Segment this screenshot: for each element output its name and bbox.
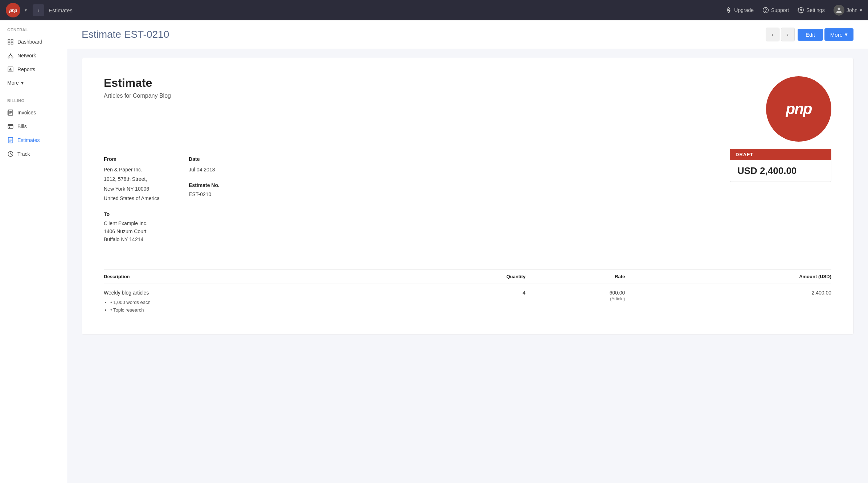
sidebar-more-button[interactable]: More ▾ [0, 76, 67, 89]
logo-text: pnp [9, 8, 17, 13]
more-chevron: ▾ [21, 80, 24, 86]
network-icon [7, 52, 14, 59]
sidebar-item-track[interactable]: Track [0, 147, 67, 161]
more-button-label: More [830, 32, 843, 38]
status-amount-box: DRAFT USD 2,400.00 [730, 149, 831, 182]
user-chevron: ▾ [860, 7, 862, 13]
billing-section-label: BILLING [0, 98, 67, 106]
topnav-actions: Upgrade Support Settings John ▾ [725, 5, 862, 16]
estimate-no-value: EST-0210 [189, 190, 220, 198]
svg-point-23 [9, 127, 10, 127]
back-icon: ‹ [38, 7, 40, 13]
estimate-subtitle: Articles for Company Blog [104, 93, 171, 99]
svg-rect-4 [8, 39, 10, 41]
sidebar-item-estimates[interactable]: Estimates [0, 133, 67, 147]
date-value: Jul 04 2018 [189, 166, 220, 174]
reports-label: Reports [17, 66, 35, 72]
svg-point-3 [800, 9, 802, 11]
bullet-item: • 1,000 words each [110, 299, 403, 306]
back-button[interactable]: ‹ [33, 4, 44, 16]
col-description: Description [104, 269, 403, 284]
estimates-icon [7, 137, 14, 143]
item-description: Weekly blog articles • 1,000 words each … [104, 284, 403, 316]
estimates-label: Estimates [17, 137, 40, 143]
user-menu[interactable]: John ▾ [834, 5, 862, 16]
more-button-chevron: ▾ [845, 31, 848, 38]
general-section-label: GENERAL [0, 28, 67, 35]
from-label: From [104, 156, 160, 162]
item-rate: 600.00 (Article) [525, 284, 625, 316]
content-area: Estimate EST-0210 ‹ › Edit More ▾ [67, 20, 868, 483]
svg-line-11 [9, 54, 11, 57]
estimate-doc-title: Estimate [104, 76, 171, 90]
logo-text-main: pnp [786, 100, 812, 118]
estimate-meta: From Pen & Paper Inc. 1012, 578th Street… [104, 156, 220, 244]
to-name: Client Example Inc. [104, 219, 160, 227]
svg-rect-7 [8, 42, 10, 44]
estimate-header-row: Estimate Articles for Company Blog pnp [104, 76, 831, 142]
support-button[interactable]: Support [762, 7, 789, 13]
estimate-document: Estimate Articles for Company Blog pnp F… [82, 58, 853, 334]
page-actions: ‹ › Edit More ▾ [766, 28, 853, 41]
bullet-item: • Topic research [110, 306, 403, 314]
col-rate: Rate [525, 269, 625, 284]
invoices-icon [7, 109, 14, 116]
track-icon [7, 151, 14, 157]
line-items-table: Description Quantity Rate Amount (USD) W… [104, 269, 831, 316]
prev-button[interactable]: ‹ [766, 28, 779, 41]
support-label: Support [771, 7, 789, 13]
more-button[interactable]: More ▾ [824, 28, 853, 41]
from-address1: 1012, 578th Street, [104, 175, 160, 183]
svg-point-10 [12, 57, 13, 58]
from-address3: United States of America [104, 194, 160, 202]
table-row: Weekly blog articles • 1,000 words each … [104, 284, 831, 316]
sidebar-item-invoices[interactable]: Invoices [0, 106, 67, 119]
invoices-label: Invoices [17, 110, 36, 115]
col-amount: Amount (USD) [625, 269, 831, 284]
svg-rect-5 [11, 39, 13, 41]
edit-button[interactable]: Edit [798, 29, 823, 41]
sidebar-item-dashboard[interactable]: Dashboard [0, 35, 67, 49]
from-name: Pen & Paper Inc. [104, 166, 160, 174]
item-amount: 2,400.00 [625, 284, 831, 316]
svg-point-2 [766, 11, 766, 12]
settings-label: Settings [806, 7, 825, 13]
svg-point-8 [10, 53, 11, 54]
user-name: John [847, 7, 857, 13]
gear-icon [798, 7, 804, 13]
bills-icon [7, 123, 14, 130]
svg-rect-6 [11, 42, 13, 44]
page-title: Estimate EST-0210 [82, 29, 169, 40]
sidebar-item-bills[interactable]: Bills [0, 119, 67, 133]
svg-rect-21 [8, 125, 13, 129]
more-label: More [7, 80, 19, 86]
from-block: From Pen & Paper Inc. 1012, 578th Street… [104, 156, 160, 244]
date-block: Date Jul 04 2018 Estimate No. EST-0210 [189, 156, 220, 244]
network-label: Network [17, 53, 36, 58]
dashboard-label: Dashboard [17, 39, 42, 45]
logo-dropdown-chevron[interactable]: ▾ [25, 8, 27, 13]
col-quantity: Quantity [403, 269, 526, 284]
total-amount: USD 2,400.00 [730, 160, 831, 182]
sidebar: GENERAL Dashboard Network Reports More ▾ [0, 20, 67, 483]
prev-icon: ‹ [772, 32, 774, 37]
upgrade-button[interactable]: Upgrade [725, 7, 754, 13]
estimate-no-label: Estimate No. [189, 182, 220, 188]
top-navigation: pnp ▾ ‹ Estimates Upgrade Support [0, 0, 868, 20]
reports-icon [7, 66, 14, 73]
sidebar-item-reports[interactable]: Reports [0, 62, 67, 76]
from-address2: New York NY 10006 [104, 185, 160, 193]
next-button[interactable]: › [781, 28, 795, 41]
to-address2: Buffalo NY 14214 [104, 235, 160, 243]
rocket-icon [725, 7, 732, 13]
sidebar-item-network[interactable]: Network [0, 49, 67, 62]
date-label: Date [189, 156, 220, 162]
upgrade-label: Upgrade [734, 7, 754, 13]
dashboard-icon [7, 38, 14, 45]
item-name: Weekly blog articles [104, 290, 403, 296]
svg-point-0 [728, 9, 729, 10]
settings-button[interactable]: Settings [798, 7, 825, 13]
app-logo[interactable]: pnp [6, 3, 20, 17]
next-icon: › [787, 32, 789, 37]
svg-line-12 [11, 54, 12, 57]
